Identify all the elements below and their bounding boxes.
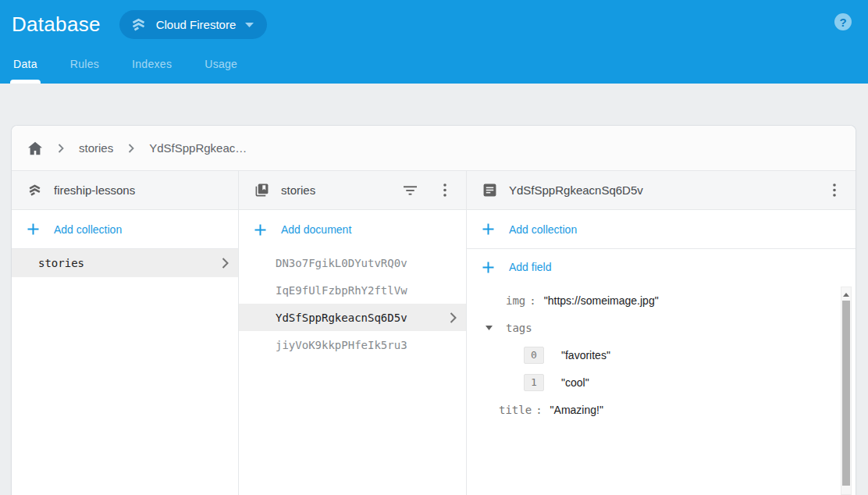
document-row[interactable]: jiyVoK9kkpPHfeIk5ru3 (239, 331, 466, 358)
product-selector[interactable]: Cloud Firestore (119, 10, 268, 39)
array-item-value: "cool" (561, 376, 589, 389)
caret-down-icon (245, 23, 254, 27)
add-icon (254, 224, 266, 236)
array-item-row[interactable]: 1 "cool" (467, 369, 856, 396)
product-selector-label: Cloud Firestore (156, 18, 237, 31)
add-document-button[interactable]: Add document (239, 210, 466, 249)
document-column-header: YdSfSppRgkeacnSq6D5v (467, 171, 856, 210)
chevron-right-icon (58, 144, 64, 153)
chevron-right-icon (222, 258, 229, 269)
document-row[interactable]: IqE9fUlFzbpRhY2ftlVw (239, 276, 466, 304)
page-title: Database (12, 12, 101, 37)
document-row-selected[interactable]: YdSfSppRgkeacnSq6D5v (239, 304, 466, 331)
app-bar: Database Cloud Firestore ? Data Rules (0, 0, 868, 84)
tab-rules[interactable]: Rules (69, 58, 101, 84)
collapse-toggle-icon[interactable] (483, 326, 494, 330)
firestore-icon (130, 16, 147, 33)
field-row-tags[interactable]: tags (467, 314, 856, 341)
field-row-img[interactable]: img: "https://someimage.jpg" (467, 287, 856, 314)
field-list: img: "https://someimage.jpg" tags 0 "fav… (467, 285, 856, 423)
database-name: fireship-lessons (54, 183, 229, 197)
breadcrumb-collection[interactable]: stories (79, 141, 113, 155)
collection-row-stories[interactable]: stories (12, 249, 238, 277)
field-row-title[interactable]: title: "Amazing!" (467, 396, 856, 423)
field-key: img (506, 294, 525, 307)
scroll-up-icon[interactable] (841, 290, 851, 299)
chevron-right-icon (450, 312, 457, 323)
add-icon (27, 223, 39, 235)
field-value: "Amazing!" (550, 404, 603, 416)
document-icon (482, 183, 497, 198)
breadcrumb-document[interactable]: YdSfSppRgkeac… (149, 141, 247, 155)
add-icon (482, 223, 494, 235)
tab-bar: Data Rules Indexes Usage (12, 58, 239, 84)
array-item-row[interactable]: 0 "favorites" (467, 341, 856, 369)
kebab-menu-icon[interactable] (823, 179, 846, 202)
tab-indexes[interactable]: Indexes (130, 58, 173, 84)
document-row[interactable]: DN3o7FgikL0DYutvRQ0v (239, 249, 466, 276)
add-icon (482, 262, 494, 273)
help-icon: ? (839, 16, 846, 29)
collection-column: stories Add document DN3o7FgikL0DYutvRQ0… (239, 171, 467, 495)
active-tab-indicator (10, 80, 41, 84)
root-column-header: fireship-lessons (12, 171, 238, 210)
collection-name: stories (281, 183, 386, 197)
array-index-badge: 1 (524, 374, 544, 391)
document-name: YdSfSppRgkeacnSq6D5v (509, 183, 811, 197)
add-collection-button[interactable]: Add collection (12, 210, 238, 249)
document-column: YdSfSppRgkeacnSq6D5v Add collection Add … (467, 171, 856, 495)
home-icon[interactable] (27, 141, 43, 155)
chevron-right-icon (128, 144, 134, 153)
add-field-button[interactable]: Add field (467, 249, 856, 285)
firestore-panel: stories YdSfSppRgkeac… fireship-lessons (11, 125, 856, 495)
tab-usage[interactable]: Usage (203, 58, 239, 84)
help-button[interactable]: ? (834, 13, 852, 30)
array-item-value: "favorites" (561, 349, 610, 361)
kebab-menu-icon[interactable] (433, 179, 457, 202)
panel-columns: fireship-lessons Add collection stories (12, 171, 856, 495)
root-column: fireship-lessons Add collection stories (12, 171, 239, 495)
add-subcollection-button[interactable]: Add collection (467, 210, 856, 249)
field-key: title (499, 404, 532, 416)
collection-column-header: stories (239, 171, 466, 210)
fields-scrollbar[interactable] (841, 287, 852, 495)
field-key: tags (506, 322, 532, 334)
field-value: "https://someimage.jpg" (544, 294, 659, 307)
filter-button[interactable] (398, 179, 422, 202)
array-index-badge: 0 (524, 347, 544, 364)
tab-data[interactable]: Data (12, 58, 39, 84)
collection-icon (254, 183, 269, 198)
firestore-icon (27, 183, 42, 198)
breadcrumb: stories YdSfSppRgkeac… (12, 126, 856, 171)
scrollbar-thumb[interactable] (842, 301, 850, 486)
